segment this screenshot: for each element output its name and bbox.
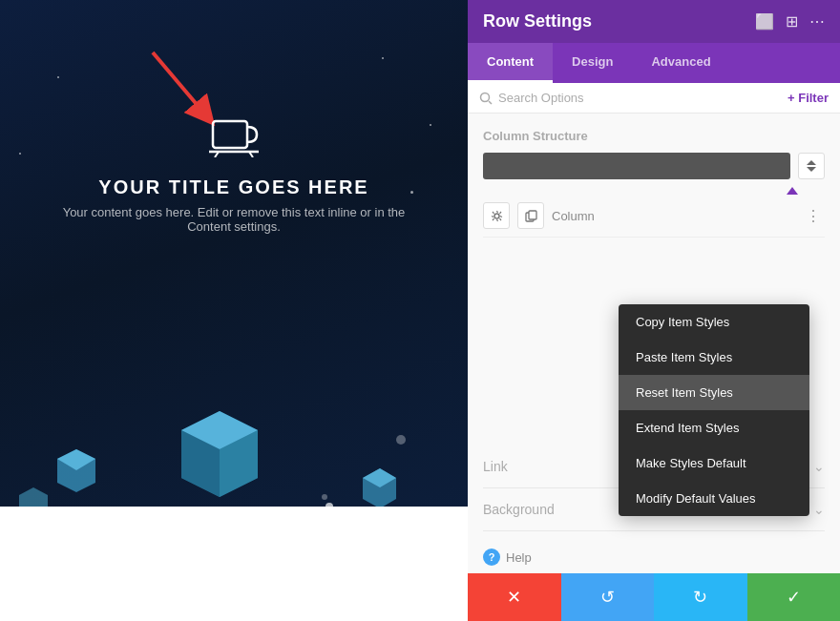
more-icon[interactable]: ⋯ <box>809 12 825 31</box>
dropdown-triangle <box>787 187 798 195</box>
admin-label-section[interactable]: Admin Label ⌄ <box>483 531 825 541</box>
copy-icon <box>525 210 537 222</box>
svg-rect-26 <box>529 211 536 219</box>
copy-col-icon[interactable] <box>517 202 544 229</box>
extend-item-styles-option[interactable]: Extend Item Styles <box>619 410 809 445</box>
footer-bar: ✕ ↺ ↻ ✓ <box>468 573 840 621</box>
column-bar <box>483 153 790 179</box>
settings-header: Row Settings ⬜ ⊞ ⋯ <box>468 0 840 43</box>
help-label[interactable]: Help <box>506 550 532 565</box>
column-structure-row <box>483 153 825 179</box>
link-label: Link <box>483 459 508 474</box>
settings-col-icon[interactable] <box>483 202 510 229</box>
up-down-arrows-icon <box>807 160 816 172</box>
tab-advanced[interactable]: Advanced <box>632 43 729 83</box>
star <box>410 191 413 194</box>
paste-item-styles-option[interactable]: Paste Item Styles <box>619 340 809 375</box>
svg-rect-2 <box>213 121 247 148</box>
redo-button[interactable]: ↻ <box>654 573 747 621</box>
svg-point-17 <box>396 435 406 445</box>
svg-line-21 <box>489 101 492 104</box>
cancel-icon: ✕ <box>507 587 521 608</box>
link-chevron-icon: ⌄ <box>813 459 825 474</box>
svg-point-16 <box>322 494 327 500</box>
background-label: Background <box>483 502 555 517</box>
tab-content[interactable]: Content <box>468 43 553 83</box>
canvas-bottom <box>0 507 468 621</box>
star <box>430 124 431 126</box>
modify-default-values-option[interactable]: Modify Default Values <box>619 481 809 516</box>
canvas-panel: YOUR TITLE GOES HERE Your content goes h… <box>0 0 468 621</box>
canvas-title: YOUR TITLE GOES HERE <box>98 176 368 198</box>
settings-title: Row Settings <box>483 11 592 31</box>
svg-line-1 <box>153 52 205 114</box>
confirm-icon: ✓ <box>787 587 801 608</box>
svg-point-20 <box>481 93 490 101</box>
cup-icon-container <box>205 110 262 161</box>
grid-icon[interactable]: ⊞ <box>786 12 798 31</box>
help-icon[interactable]: ? <box>483 549 500 566</box>
fullscreen-icon[interactable]: ⬜ <box>755 12 774 31</box>
gear-icon <box>491 210 503 222</box>
search-input-wrap: Search Options <box>479 91 788 105</box>
confirm-button[interactable]: ✓ <box>747 573 841 621</box>
help-row: ? Help <box>468 541 840 573</box>
column-row: Column ⋮ <box>483 195 825 238</box>
filter-button[interactable]: + Filter <box>788 91 829 105</box>
canvas-subtitle: Your content goes here. Edit or remove t… <box>52 205 415 234</box>
make-styles-default-option[interactable]: Make Styles Default <box>619 445 809 481</box>
content-area: Column Structure <box>468 114 840 541</box>
redo-icon: ↻ <box>693 587 707 608</box>
svg-marker-22 <box>807 160 816 165</box>
column-arrow-button[interactable] <box>798 153 825 179</box>
settings-panel: Row Settings ⬜ ⊞ ⋯ Content Design Advanc… <box>468 0 840 621</box>
star <box>57 76 59 78</box>
cancel-button[interactable]: ✕ <box>468 573 561 621</box>
star <box>19 153 21 155</box>
search-icon <box>479 92 493 105</box>
column-structure-label: Column Structure <box>483 129 825 143</box>
background-chevron-icon: ⌄ <box>813 502 825 517</box>
column-menu-button[interactable]: ⋮ <box>802 204 825 227</box>
tabs-bar: Content Design Advanced <box>468 43 840 83</box>
svg-marker-23 <box>807 167 816 172</box>
star <box>382 57 384 59</box>
undo-button[interactable]: ↺ <box>561 573 655 621</box>
dropdown-menu: Copy Item Styles Paste Item Styles Reset… <box>619 304 809 516</box>
header-icons: ⬜ ⊞ ⋯ <box>755 12 825 31</box>
search-placeholder[interactable]: Search Options <box>498 91 584 105</box>
svg-point-24 <box>494 214 499 218</box>
tab-design[interactable]: Design <box>553 43 632 83</box>
cup-icon <box>205 110 262 157</box>
copy-item-styles-option[interactable]: Copy Item Styles <box>619 304 809 340</box>
column-label: Column <box>552 209 794 223</box>
search-bar: Search Options + Filter <box>468 83 840 114</box>
undo-icon: ↺ <box>600 587 615 608</box>
column-section: Column ⋮ Copy Item Styles Paste Item Sty… <box>483 195 825 445</box>
reset-item-styles-option[interactable]: Reset Item Styles <box>619 375 809 410</box>
